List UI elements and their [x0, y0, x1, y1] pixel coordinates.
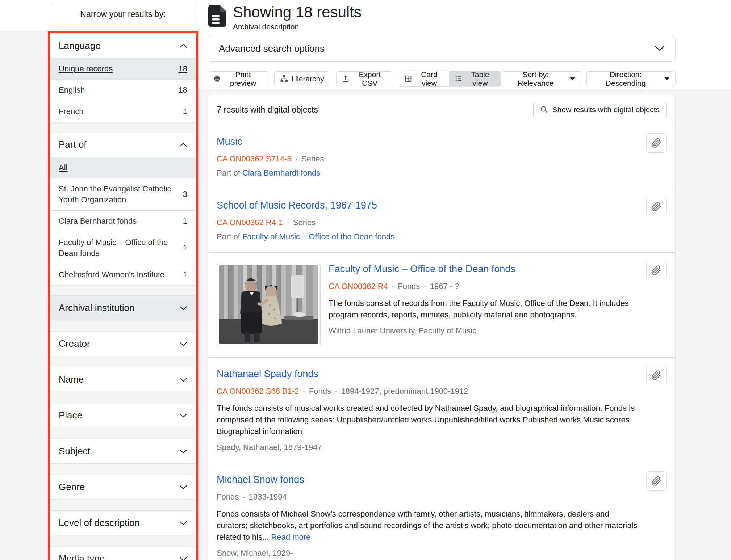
archival-photo-thumbnail: [219, 265, 318, 344]
facet-item-label: English: [59, 85, 90, 96]
facet-header-part-of[interactable]: Part of: [50, 132, 196, 157]
paperclip-icon: [651, 138, 661, 148]
facet-header-name[interactable]: Name: [50, 367, 196, 392]
lamp-shade: [291, 275, 304, 298]
facet-item-label: St. John the Evangelist Catholic Youth O…: [59, 184, 183, 205]
facet-item-english[interactable]: English 18: [50, 79, 196, 101]
part-of-prefix: Part of: [217, 232, 242, 241]
table-view-button[interactable]: Table view: [449, 71, 501, 86]
hierarchy-icon: [280, 75, 288, 83]
result-description: Fonds consists of Michael Snow’s corresp…: [217, 508, 639, 543]
card-view-button[interactable]: Card view: [399, 71, 449, 86]
direction-dropdown[interactable]: Direction: Descending: [586, 71, 676, 86]
narrow-results-heading: Narrow your results by:: [50, 3, 196, 25]
facet-header-creator[interactable]: Creator: [50, 332, 196, 356]
facet-item-label: Unique records: [59, 63, 118, 74]
facet-title: Archival institution: [59, 302, 135, 313]
facet-title: Genre: [59, 481, 85, 493]
results-header-row: 7 results with digital objects Show resu…: [208, 94, 675, 125]
facet-item-unique-records[interactable]: Unique records 18: [50, 58, 196, 79]
meta-separator: [239, 492, 248, 501]
facet-item-count: 1: [183, 106, 187, 117]
result-meta: Fonds1933-1994: [217, 492, 639, 502]
facet-section-language: Language Unique records 18 English 18 Fr…: [50, 33, 196, 122]
result-title-link[interactable]: Faculty of Music – Office of the Dean fo…: [329, 264, 515, 274]
facet-header-genre[interactable]: Genre: [50, 475, 196, 499]
narrow-results-label: Narrow your results by:: [80, 9, 166, 19]
facet-section-genre: Genre: [50, 475, 196, 500]
facet-header-subject[interactable]: Subject: [50, 439, 196, 463]
part-of-line: Part of Faculty of Music – Office of the…: [217, 232, 639, 241]
facet-item-clara-bernhardt[interactable]: Clara Bernhardt fonds 1: [50, 210, 196, 232]
facet-header-level-of-description[interactable]: Level of description: [50, 511, 196, 535]
part-of-link[interactable]: Faculty of Music – Office of the Dean fo…: [242, 232, 394, 241]
digital-object-paperclip-button[interactable]: [646, 261, 667, 280]
result-dates: 1967 - ?: [430, 282, 459, 291]
facet-item-french[interactable]: French 1: [50, 101, 196, 122]
card-view-icon: [405, 75, 412, 83]
reference-code: CA ON00362 R4-1: [217, 218, 283, 227]
facet-highlight-annotation: Language Unique records 18 English 18 Fr…: [48, 31, 198, 560]
facet-header-place[interactable]: Place: [50, 403, 196, 428]
export-csv-label: Export CSV: [352, 70, 387, 88]
chevron-down-icon: [179, 378, 187, 382]
result-title-link[interactable]: School of Music Records, 1967-1975: [217, 200, 377, 211]
result-title-link[interactable]: Nathanael Spady fonds: [217, 369, 318, 379]
facet-title: Place: [59, 410, 82, 421]
facet-header-media-type[interactable]: Media type: [50, 547, 196, 560]
meta-separator: [388, 282, 398, 291]
hierarchy-label: Hierarchy: [292, 75, 324, 83]
read-more-link[interactable]: Read more: [271, 532, 310, 542]
facet-item-all[interactable]: All: [50, 157, 196, 178]
meta-separator: [283, 218, 293, 227]
part-of-link[interactable]: Clara Bernhardt fonds: [242, 168, 320, 177]
hierarchy-button[interactable]: Hierarchy: [274, 71, 330, 86]
page-subtitle: Archival description: [233, 22, 362, 31]
card-view-label: Card view: [415, 71, 443, 87]
paperclip-icon: [651, 476, 661, 486]
facet-item-count: 18: [179, 85, 187, 96]
digital-object-paperclip-button[interactable]: [646, 133, 667, 153]
facet-item-faculty-of-music[interactable]: Faculty of Music – Office of the Dean fo…: [50, 232, 196, 264]
advanced-search-panel[interactable]: Advanced search options: [208, 36, 676, 62]
page-title: Showing 18 results: [233, 4, 362, 21]
print-preview-label: Print preview: [224, 70, 262, 88]
result-description: The fonds consists of musical works crea…: [217, 403, 639, 437]
show-digital-objects-button[interactable]: Show results with digital objects: [533, 102, 667, 117]
digital-object-paperclip-button[interactable]: [646, 366, 667, 385]
facet-header-archival-institution[interactable]: Archival institution: [50, 296, 196, 320]
caret-down-icon: [570, 77, 575, 80]
facet-title: Subject: [59, 446, 90, 457]
facet-item-st-john[interactable]: St. John the Evangelist Catholic Youth O…: [50, 178, 196, 210]
facet-item-label: Faculty of Music – Office of the Dean fo…: [59, 237, 183, 259]
reference-code: CA ON00362 R4: [329, 282, 388, 291]
print-preview-button[interactable]: Print preview: [208, 71, 268, 86]
result-creator: Wilfrid Laurier University. Faculty of M…: [329, 326, 639, 336]
level-of-description: Series: [301, 154, 324, 163]
toolbar-left-group: Print preview Hierarchy Export CSV Card …: [208, 71, 501, 87]
facet-section-creator: Creator: [50, 331, 196, 356]
result-meta: CA ON00362 S68 B1-2Fonds1894-1927, predo…: [217, 387, 639, 396]
facet-item-label: All: [59, 162, 72, 173]
printer-icon: [214, 75, 220, 83]
result-title-link[interactable]: Michael Snow fonds: [217, 474, 304, 485]
chevron-up-icon: [179, 44, 187, 48]
result-title-link[interactable]: Music: [217, 136, 242, 147]
result-thumbnail[interactable]: [217, 263, 321, 346]
result-row-nathanael-spady: Nathanael Spady fonds CA ON00362 S68 B1-…: [208, 357, 675, 463]
sort-by-dropdown[interactable]: Sort by: Relevance: [501, 71, 581, 86]
facet-section-level-of-description: Level of description: [50, 510, 196, 535]
part-of-prefix: Part of: [217, 168, 242, 177]
digital-object-paperclip-button[interactable]: [646, 197, 667, 216]
results-container: 7 results with digital objects Show resu…: [208, 94, 676, 560]
export-csv-button[interactable]: Export CSV: [336, 71, 393, 86]
chevron-down-icon: [179, 413, 187, 418]
chevron-down-icon: [179, 557, 187, 560]
digital-object-paperclip-button[interactable]: [646, 471, 667, 491]
sort-by-label: Sort by: Relevance: [507, 70, 564, 88]
chevron-down-icon: [179, 449, 187, 454]
facet-item-chelmsford[interactable]: Chelmsford Women's Institute 1: [50, 264, 196, 285]
facet-header-language[interactable]: Language: [50, 34, 196, 58]
level-of-description: Fonds: [217, 492, 239, 501]
meta-separator: [331, 387, 341, 396]
